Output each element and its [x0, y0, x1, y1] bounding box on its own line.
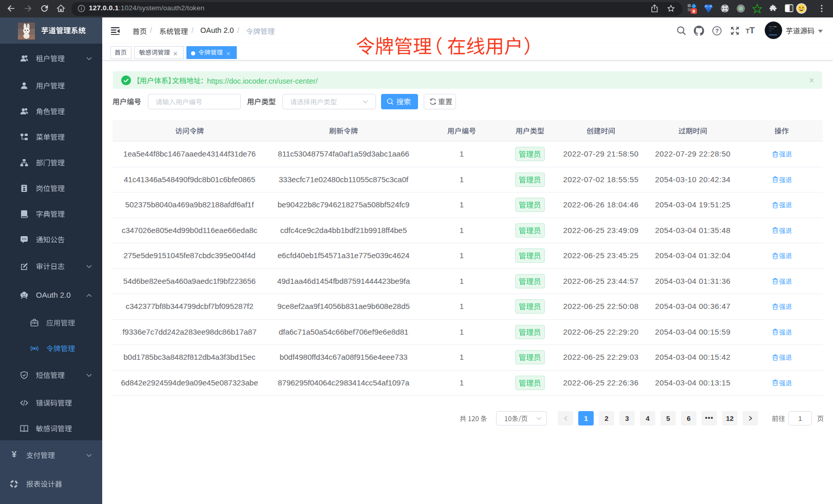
- svg-text:9: 9: [692, 9, 695, 14]
- svg-text:?: ?: [715, 28, 719, 34]
